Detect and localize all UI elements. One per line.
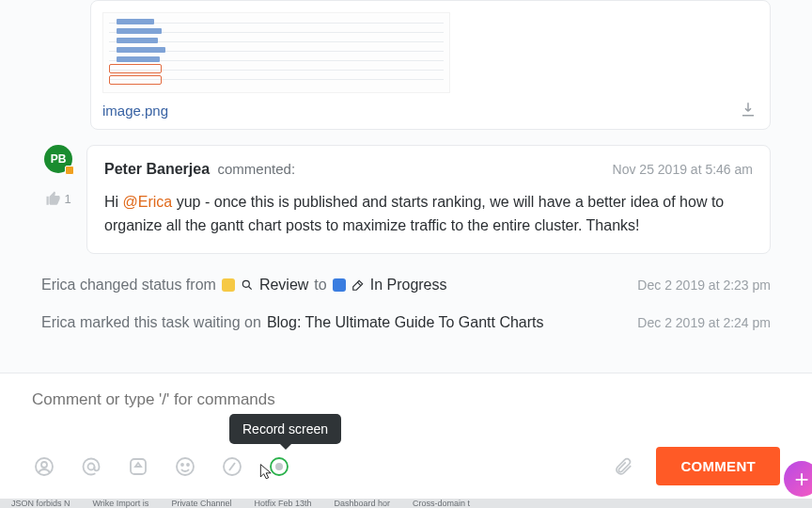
tab[interactable]: JSON forbids N (11, 499, 70, 508)
svg-point-10 (275, 463, 283, 470)
new-task-icon[interactable] (126, 454, 150, 479)
emoji-icon[interactable] (173, 454, 197, 479)
status-color-to (333, 278, 346, 292)
activity-status-change: Erica changed status from Review to In P… (41, 271, 771, 299)
hammer-icon (351, 278, 365, 292)
avatar-initials: PB (51, 152, 67, 166)
comment-author-line: Peter Banerjea commented: (104, 161, 295, 178)
tab[interactable]: Hotfix Feb 13th (254, 499, 311, 508)
magnifier-icon (241, 278, 254, 292)
comment-text-pre: Hi (104, 194, 123, 210)
comment-button[interactable]: COMMENT (656, 447, 780, 485)
svg-point-7 (187, 464, 189, 466)
comment-author: Peter Banerjea (104, 161, 210, 177)
svg-point-3 (88, 463, 95, 469)
svg-point-0 (242, 280, 249, 287)
like-count: 1 (64, 192, 70, 206)
comment-timestamp: Nov 25 2019 at 5:46 am (613, 162, 753, 177)
assignee-icon[interactable] (32, 454, 56, 479)
thumbs-up-icon (45, 190, 62, 207)
comment-card: Peter Banerjea commented: Nov 25 2019 at… (86, 145, 771, 254)
svg-point-2 (41, 462, 47, 468)
comment-composer: Record screen COMMENT (0, 373, 812, 499)
activity-text: Erica marked this task waiting on Blog: … (41, 314, 544, 331)
download-icon[interactable] (740, 101, 757, 118)
record-screen-icon[interactable] (267, 454, 291, 479)
avatar[interactable]: PB (44, 145, 72, 173)
attachment-card: image.png (90, 0, 771, 130)
composer-toolbar: Record screen COMMENT (32, 447, 780, 485)
tab[interactable]: Private Channel (171, 499, 231, 508)
activity-pre: Erica marked this task waiting on (41, 314, 261, 331)
comment-action: commented: (218, 161, 296, 177)
activity-feed: image.png PB 1 Peter Banerjea (0, 0, 812, 373)
toolbar-right: COMMENT (611, 447, 780, 485)
status-dot (65, 166, 74, 175)
activity-timestamp: Dec 2 2019 at 2:24 pm (637, 315, 771, 330)
activity-mid: to (314, 277, 326, 294)
tab[interactable]: Dashboard hor (334, 499, 390, 508)
attachment-filename[interactable]: image.png (102, 103, 168, 119)
app-root: image.png PB 1 Peter Banerjea (0, 0, 812, 508)
activity-timestamp: Dec 2 2019 at 2:23 pm (637, 278, 771, 293)
slash-command-icon[interactable] (220, 454, 244, 479)
comment-row: PB 1 Peter Banerjea commented: Nov 25 20… (41, 145, 771, 254)
svg-point-5 (177, 458, 194, 475)
comment-text-post: yup - once this is published and starts … (104, 194, 724, 233)
avatar-column: PB 1 (41, 145, 75, 254)
activity-pre: Erica changed status from (41, 277, 216, 294)
comment-header: Peter Banerjea commented: Nov 25 2019 at… (104, 161, 753, 178)
task-link[interactable]: Blog: The Ultimate Guide To Gantt Charts (267, 314, 544, 331)
status-color-from (222, 278, 235, 292)
attachment-preview[interactable] (102, 12, 450, 93)
tooltip: Record screen (229, 414, 341, 444)
tab[interactable]: Cross-domain t (413, 499, 470, 508)
browser-tabs: JSON forbids N Wrike Import is Private C… (0, 499, 812, 508)
attach-icon[interactable] (611, 454, 635, 479)
status-from: Review (259, 277, 308, 294)
comment-body: Hi @Erica yup - once this is published a… (104, 191, 753, 238)
comment-input[interactable] (32, 387, 780, 447)
status-to: In Progress (370, 277, 447, 294)
mention-icon[interactable] (79, 454, 103, 479)
like-button[interactable]: 1 (45, 190, 70, 207)
toolbar-icons (32, 454, 291, 479)
activity-waiting-on: Erica marked this task waiting on Blog: … (41, 309, 771, 337)
svg-point-6 (181, 464, 183, 466)
mention[interactable]: @Erica (123, 194, 173, 210)
fab-add[interactable]: + (784, 461, 812, 497)
activity-text: Erica changed status from Review to In P… (41, 277, 447, 294)
tab[interactable]: Wrike Import is (93, 499, 149, 508)
